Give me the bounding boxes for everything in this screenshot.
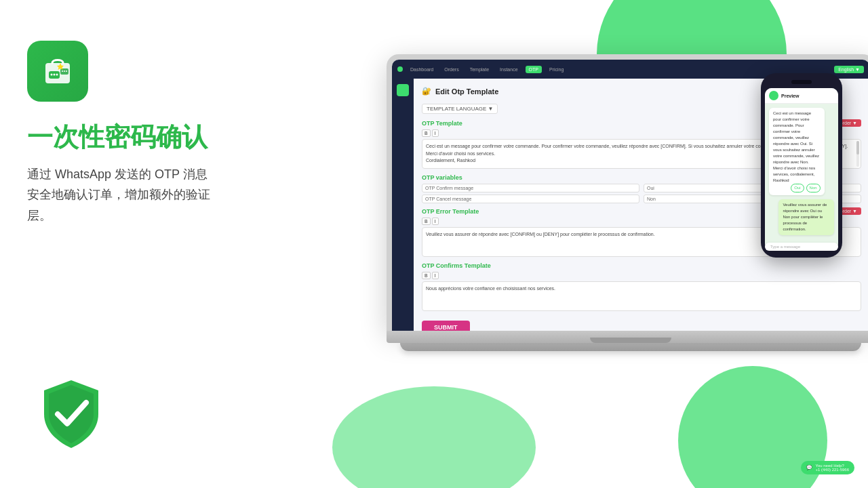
svg-point-4 (56, 74, 58, 76)
phone-screen: Preview Ceci est un message pour confirm… (765, 88, 838, 251)
nav-otp[interactable]: OTP (526, 66, 542, 73)
laptop-base (387, 331, 868, 343)
help-widget[interactable]: 💬 You need Help? +1 (440) 221-5966 (801, 461, 854, 474)
nav-dashboard[interactable]: Dashboard (407, 66, 437, 73)
svg-point-7 (64, 70, 65, 72)
otp-template-title: OTP Template (422, 120, 462, 127)
reply-buttons: Oui Non (773, 184, 821, 192)
sidebar-logo (397, 84, 409, 96)
laptop-wrapper: Dashboard Orders Template Instance OTP P… (387, 54, 868, 351)
phone-msg-1: Ceci est un message pour confirmer votre… (769, 108, 825, 195)
otp-icon: 🔐 (422, 87, 431, 96)
page-header-title: Edit Otp Template (435, 87, 498, 96)
svg-point-8 (66, 70, 67, 72)
laptop-screen: Dashboard Orders Template Instance OTP P… (392, 60, 868, 331)
whatsapp-help-icon: 💬 (806, 465, 812, 470)
editor-content-3: Nous apprécions votre confiance en chois… (426, 286, 555, 291)
reply-oui[interactable]: Oui (791, 184, 804, 192)
editor3-bold[interactable]: B (422, 272, 431, 279)
phone-input-bar[interactable]: Type a message (765, 243, 838, 251)
help-phone: +1 (440) 221-5966 (815, 468, 849, 472)
phone-notch (791, 80, 812, 84)
otp-error-title: OTP Error Template (422, 208, 479, 215)
phone-messages: Ceci est un message pour confirmer votre… (765, 104, 838, 239)
otp-confirm-template-section: OTP Confirms Template B I Nous apprécion… (422, 262, 861, 311)
left-section: 一次性密码确认 通过 WhatsApp 发送的 OTP 消息 安全地确认订单，增… (27, 41, 312, 226)
svg-point-3 (54, 74, 56, 76)
msg2-text: Veuillez vous assurer de répondre avec O… (783, 203, 828, 231)
template-language-selector[interactable]: TEMPLATE LANGUAGE ▼ (422, 104, 498, 114)
editor3-italic[interactable]: I (432, 272, 439, 279)
page-title: 一次性密码确认 (27, 122, 312, 153)
otp-cancel-msg-label: OTP Cancel message (422, 195, 639, 203)
otp-confirm-msg-label: OTP Confirm message (422, 184, 639, 192)
submit-button[interactable]: SUBMIT (422, 321, 470, 331)
laptop-screen-outer: Dashboard Orders Template Instance OTP P… (387, 54, 868, 331)
scrollbar-1[interactable] (856, 141, 859, 167)
editor-italic[interactable]: I (432, 129, 439, 137)
phone-avatar (769, 91, 778, 100)
app-icon (27, 41, 88, 102)
shield-container (37, 377, 105, 454)
msg1-text: Ceci est un message pour confirmer votre… (773, 111, 821, 182)
otp-confirm-template-label: OTP Confirms Template (422, 262, 861, 269)
description-text: 通过 WhatsApp 发送的 OTP 消息 安全地确认订单，增加额外的验证 层… (27, 167, 210, 222)
sidebar (392, 79, 414, 331)
nav-pricing[interactable]: Pricing (546, 66, 567, 73)
editor2-italic[interactable]: I (432, 218, 439, 225)
otp-variables-title: OTP variables (422, 174, 462, 181)
editor-content-2: Veuillez vous assurer de répondre avec [… (426, 232, 655, 237)
phone-header: Preview (765, 88, 838, 104)
laptop-foot (400, 343, 861, 351)
phone-msg-2-sent: Veuillez vous assurer de répondre avec O… (778, 199, 834, 235)
reply-non[interactable]: Non (806, 184, 821, 192)
help-text: You need Help? +1 (440) 221-5966 (815, 464, 849, 472)
otp-confirm-title: OTP Confirms Template (422, 262, 491, 269)
preview-label: Preview (781, 94, 799, 98)
svg-point-6 (62, 70, 63, 72)
shield-icon (37, 377, 105, 451)
otp-confirm-editor[interactable]: Nous apprécions votre confiance en chois… (422, 281, 861, 311)
bg-circle-bottom-center (332, 386, 536, 488)
browser-content: 🔐 Edit Otp Template TEMPLATE LANGUAGE ▼ … (392, 79, 868, 331)
editor-bold[interactable]: B (422, 129, 431, 137)
login-button[interactable]: English ▼ (834, 66, 864, 73)
nav-logo-dot (397, 66, 403, 72)
scrollbar-thumb-1 (856, 141, 859, 155)
nav-orders[interactable]: Orders (441, 66, 462, 73)
phone-outer: Preview Ceci est un message pour confirm… (761, 73, 842, 258)
page-description: 通过 WhatsApp 发送的 OTP 消息 安全地确认订单，增加额外的验证 层… (27, 164, 312, 226)
nav-template[interactable]: Template (467, 66, 492, 73)
svg-point-2 (51, 74, 53, 76)
editor2-bold[interactable]: B (422, 218, 431, 225)
editor-toolbar-3: B I (422, 272, 861, 279)
phone-mockup: Preview Ceci est un message pour confirm… (761, 73, 842, 258)
nav-instance[interactable]: Instance (496, 66, 521, 73)
app-icon-svg (40, 54, 75, 89)
